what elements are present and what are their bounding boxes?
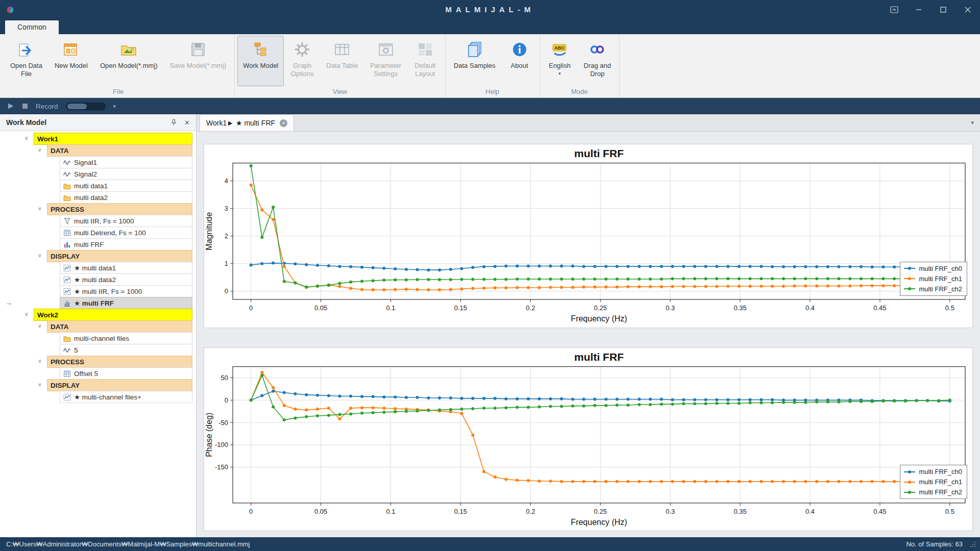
tree-item-multi-data2[interactable]: ★ multi data2	[0, 273, 196, 286]
filter-icon	[63, 217, 71, 225]
tree-item-offset-5[interactable]: Offset 5	[0, 367, 196, 380]
work-model-button[interactable]: Work Model	[237, 36, 284, 86]
record-dropdown-caret-icon[interactable]: ▾	[113, 103, 116, 110]
about-button[interactable]: About	[502, 36, 537, 86]
tree-row-label: Offset 5	[74, 370, 98, 378]
statusbar: C:₩Users₩Administrator₩Documents₩Malmija…	[0, 537, 980, 551]
tree-work-work2[interactable]: ∨Work2	[0, 309, 196, 321]
tree-item-multi-data1[interactable]: ★ multi data1	[0, 262, 196, 274]
drag-and-drop-button[interactable]: Drag and Drop	[578, 36, 617, 86]
maximize-button[interactable]	[931, 0, 955, 19]
document-tab-bar: Work1► ★ multi FRF ✕ ▾	[197, 114, 980, 132]
expand-chevron-icon[interactable]: ∨	[23, 135, 30, 142]
svg-text:multi FRF: multi FRF	[574, 350, 624, 362]
tree-item-signal1[interactable]: Signal1	[0, 156, 196, 168]
tab-common[interactable]: Common	[5, 20, 59, 34]
tree-item-multi-frf[interactable]: →★ multi FRF	[0, 297, 196, 309]
data-samples-button[interactable]: Data Samples	[448, 36, 501, 86]
tree-item-multi-iir-fs-1000[interactable]: multi IIR, Fs = 1000	[0, 215, 196, 227]
tree-row-cell: Signal2	[60, 168, 192, 180]
pin-panel-button[interactable]	[170, 119, 177, 126]
tree-item-multi-detrend-fs-100[interactable]: multi Detrend, Fs = 100	[0, 227, 196, 239]
record-stop-button[interactable]	[22, 103, 28, 109]
data-samples-icon	[465, 40, 484, 59]
record-play-button[interactable]	[7, 103, 14, 110]
record-slider[interactable]	[66, 103, 106, 110]
expand-chevron-icon[interactable]: ∨	[36, 252, 43, 259]
record-slider-knob[interactable]	[67, 104, 87, 109]
svg-text:0: 0	[225, 287, 228, 295]
expand-chevron-icon[interactable]: ∨	[36, 322, 43, 330]
tree-row-cell: multi data1	[60, 180, 192, 192]
svg-text:0.3: 0.3	[666, 507, 675, 515]
tree-item-5[interactable]: 5	[0, 344, 196, 356]
svg-text:0: 0	[249, 507, 253, 515]
tree-item-multi-iir-fs-1000[interactable]: ★ multi IIR, Fs = 1000	[0, 285, 196, 297]
linechart-icon	[63, 393, 71, 401]
english-button[interactable]: ABCEnglish▾	[543, 36, 577, 86]
save-model-button: Save Model(*.mmj)	[164, 36, 232, 86]
tree-group-process[interactable]: ∨PROCESS	[0, 203, 196, 215]
svg-text:Phase (deg): Phase (deg)	[204, 412, 213, 457]
parameter-settings-icon	[377, 40, 395, 59]
new-model-button[interactable]: New Model	[49, 36, 93, 86]
expand-chevron-icon[interactable]: ∨	[36, 146, 43, 154]
expand-chevron-icon[interactable]: ∨	[36, 358, 43, 365]
save-model-label: Save Model(*.mmj)	[170, 62, 227, 70]
tree-group-process[interactable]: ∨PROCESS	[0, 356, 196, 368]
svg-text:3: 3	[225, 205, 228, 212]
close-panel-button[interactable]: ✕	[184, 119, 190, 127]
phase-plot[interactable]: 00.050.10.150.20.250.30.350.40.450.5500-…	[204, 348, 972, 531]
ribbon-display-options-button[interactable]	[882, 0, 906, 19]
tab-close-icon[interactable]: ✕	[280, 119, 287, 127]
svg-text:0: 0	[249, 304, 253, 312]
svg-text:0.05: 0.05	[314, 507, 327, 515]
close-button[interactable]	[955, 0, 980, 19]
expand-chevron-icon[interactable]: ∨	[23, 311, 30, 318]
work-model-panel: Work Model ✕ ∨Work1∨DATASignal1Signal2mu…	[0, 114, 197, 537]
table-icon	[63, 229, 71, 237]
folder-icon	[63, 182, 71, 190]
svg-text:0.45: 0.45	[873, 304, 886, 312]
expand-chevron-icon[interactable]: ∨	[36, 205, 43, 212]
dropdown-caret-icon: ▾	[558, 71, 561, 77]
legend-label: multi FRF_ch1	[919, 478, 962, 486]
tree-row-label: ★ multi data1	[74, 264, 116, 272]
magnitude-chart-card[interactable]: 00.050.10.150.20.250.30.350.40.450.50123…	[204, 144, 973, 328]
document-tab-active[interactable]: Work1► ★ multi FRF ✕	[200, 114, 294, 131]
tree-row-label: ★ multi FRF	[74, 299, 114, 307]
tree-item-multi-channel-files[interactable]: ★ multi-channel files+	[0, 391, 196, 403]
tree-group-display[interactable]: ∨DISPLAY	[0, 250, 196, 262]
legend-label: multi FRF_ch2	[919, 488, 962, 496]
svg-text:Frequency (Hz): Frequency (Hz)	[571, 517, 627, 526]
parameter-settings-label: Parameter Settings	[370, 62, 401, 79]
tree-item-multi-channel-files[interactable]: multi-channel files	[0, 332, 196, 344]
resize-grip[interactable]	[970, 541, 976, 547]
tree-group-data[interactable]: ∨DATA	[0, 320, 196, 333]
tree-item-multi-frf[interactable]: multi FRF	[0, 238, 196, 251]
open-data-file-button[interactable]: Open Data File	[5, 36, 48, 86]
data-table-label: Data Table	[326, 62, 358, 70]
svg-text:0.35: 0.35	[733, 507, 746, 515]
tree-item-signal2[interactable]: Signal2	[0, 168, 196, 180]
tree-work-work1[interactable]: ∨Work1	[0, 133, 196, 145]
tree-group-data[interactable]: ∨DATA	[0, 144, 196, 157]
tree-group-display[interactable]: ∨DISPLAY	[0, 379, 196, 391]
open-model-button[interactable]: Open Model(*.mmj)	[94, 36, 163, 86]
magnitude-plot[interactable]: 00.050.10.150.20.250.30.350.40.450.50123…	[204, 144, 972, 328]
tab-list-dropdown-icon[interactable]: ▾	[971, 119, 974, 126]
expand-chevron-icon[interactable]: ∨	[36, 381, 43, 388]
tree-item-multi-data2[interactable]: multi data2	[0, 191, 196, 204]
english-label: English	[549, 62, 571, 70]
legend-marker-icon	[904, 471, 915, 472]
graph-options-label: Graph Options	[291, 62, 314, 79]
about-label: About	[511, 62, 528, 70]
minimize-button[interactable]	[906, 0, 931, 19]
tree-item-multi-data1[interactable]: multi data1	[0, 180, 196, 192]
tree-row-cell: DISPLAY	[47, 250, 192, 262]
phase-chart-card[interactable]: 00.050.10.150.20.250.30.350.40.450.5500-…	[204, 347, 973, 532]
folder-icon	[63, 335, 71, 342]
tree-row-label: PROCESS	[51, 358, 84, 366]
folder-icon	[63, 194, 71, 202]
default-layout-label: Default Layout	[414, 62, 435, 79]
